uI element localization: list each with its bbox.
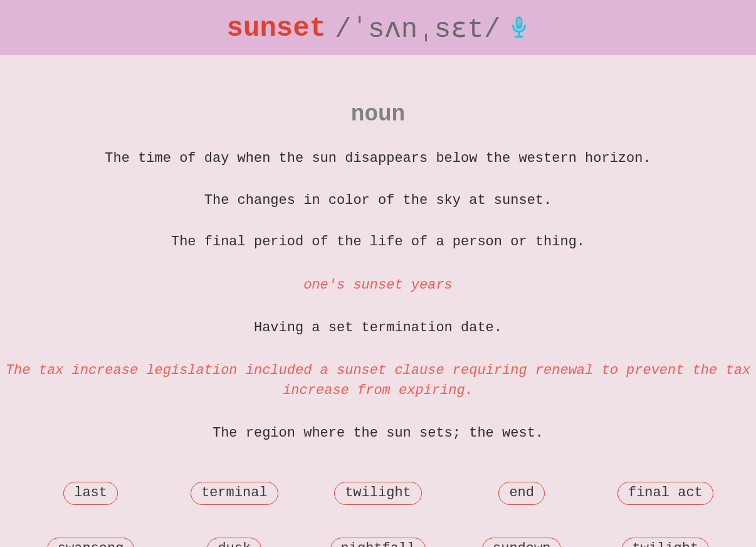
header-bar: sunset /ˈsʌnˌsɛt/ bbox=[0, 0, 756, 55]
definition-text: The changes in color of the sky at sunse… bbox=[0, 192, 756, 210]
part-of-speech: noun bbox=[0, 102, 756, 127]
synonym-chip[interactable]: dusk bbox=[207, 538, 261, 547]
synonym-chip[interactable]: twilight bbox=[622, 538, 710, 547]
example-text: The tax increase legislation included a … bbox=[0, 361, 756, 401]
synonym-chip[interactable]: final act bbox=[617, 482, 713, 505]
synonym-chip[interactable]: terminal bbox=[191, 482, 278, 505]
synonym-chip[interactable]: swansong bbox=[47, 538, 135, 547]
synonym-chip[interactable]: nightfall bbox=[330, 538, 426, 547]
example-text: one's sunset years bbox=[0, 275, 756, 295]
synonyms-grid: lastterminaltwilightendfinal actswansong… bbox=[0, 467, 756, 547]
synonym-chip[interactable]: last bbox=[63, 482, 118, 505]
definition-text: Having a set termination date. bbox=[0, 319, 756, 337]
synonym-chip[interactable]: end bbox=[498, 482, 545, 505]
definition-text: The time of day when the sun disappears … bbox=[0, 150, 756, 168]
definition-text: The final period of the life of a person… bbox=[0, 233, 756, 252]
synonym-chip[interactable]: sundown bbox=[482, 538, 561, 547]
headword: sunset bbox=[227, 13, 326, 44]
synonym-chip[interactable]: twilight bbox=[334, 482, 422, 505]
phonetic-text: /ˈsʌnˌsɛt/ bbox=[335, 11, 500, 45]
microphone-icon[interactable] bbox=[509, 16, 529, 41]
entry-content: noun The time of day when the sun disapp… bbox=[0, 55, 756, 547]
svg-rect-0 bbox=[516, 16, 523, 29]
definition-text: The region where the sun sets; the west. bbox=[0, 425, 756, 443]
